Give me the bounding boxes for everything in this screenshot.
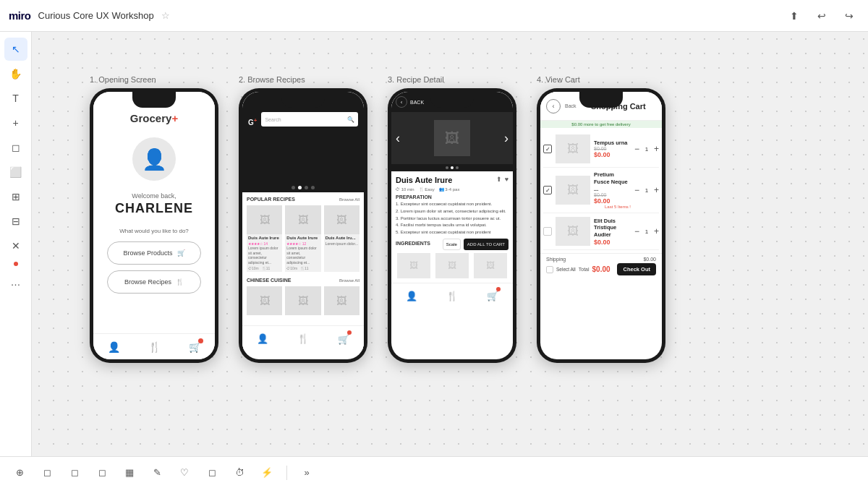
frame-tool[interactable]: ⬜: [4, 160, 27, 184]
search-icon: 🔍: [347, 116, 354, 123]
redo-button[interactable]: ↪: [839, 6, 859, 26]
embed-tool[interactable]: ◻: [201, 462, 223, 484]
item2-checkbox[interactable]: ✓: [543, 186, 552, 194]
item2-image: 🖼: [556, 176, 590, 205]
chinese-card-1[interactable]: 🖼: [247, 286, 282, 315]
recipe-title-1: Duis Aute Irure: [247, 234, 282, 241]
recipe-card-3[interactable]: 🖼 Duis Aute Iru... Lorem ipsum dolor...: [324, 205, 359, 272]
browse-recipes-button[interactable]: Browse Recipes 🍴: [107, 270, 201, 294]
table-tool[interactable]: ⊞: [4, 185, 27, 208]
step1: 1. Excepteur sint occaecat cupidatat non…: [396, 202, 509, 207]
screen2: G+ Search 🔍: [242, 92, 364, 359]
step4: 4. Facilisi morbi tempus iaculis urna id…: [396, 223, 509, 228]
browse-products-button[interactable]: Browse Products 🛒: [107, 241, 201, 265]
pen-tool-bottom[interactable]: ✎: [146, 462, 168, 484]
item2-name: Pretium Fusce Neque ...: [594, 171, 631, 192]
notch-4: [579, 92, 623, 108]
browse-all-link-2[interactable]: Browse All: [339, 278, 359, 283]
item3-qty-minus[interactable]: −: [634, 227, 639, 236]
recipe-card-2[interactable]: 🖼 Duis Aute Irure ★★★★☆ 12 Lorem ipsum d…: [285, 205, 320, 272]
item2-qty-minus[interactable]: −: [634, 186, 639, 194]
s3-nav-cart[interactable]: 🛒: [487, 289, 498, 302]
nav-cart[interactable]: 🛒: [189, 341, 201, 354]
undo-button[interactable]: ↩: [812, 6, 832, 26]
left-sidebar: ↖ ✋ T + ◻ ⬜ ⊞ ⊟ ✕ …: [0, 32, 32, 488]
sticky-note-tool[interactable]: ◻: [36, 462, 58, 484]
cart-item-1: ✓ 🖼 Tempus urna $0.00 $0.00 −: [543, 131, 659, 168]
cart-back-button[interactable]: ‹: [546, 99, 561, 114]
s3-nav-fork[interactable]: 🍴: [446, 291, 458, 301]
checkout-button[interactable]: Check Out: [617, 263, 656, 275]
screen1-label: 1. Opening Screen: [90, 75, 156, 84]
item1-checkbox[interactable]: ✓: [543, 145, 552, 153]
total-label: Total: [579, 267, 590, 272]
scale-button[interactable]: Scale: [443, 239, 461, 250]
recipe-text-2: Lorem ipsum dolor sit amet, consectetur …: [285, 246, 320, 265]
item2-last-items-badge: Last 5 Items !: [594, 205, 631, 209]
app-logo: miro: [9, 9, 31, 22]
notch-1: [132, 92, 176, 108]
recipe-action-icons: ⬆ ♥: [496, 176, 509, 183]
s3-cart-icon: 🛒: [487, 291, 498, 301]
hand-tool[interactable]: ✋: [4, 62, 27, 85]
item1-qty-minus[interactable]: −: [634, 145, 639, 153]
chinese-card-3[interactable]: 🖼: [324, 286, 359, 315]
prev-arrow[interactable]: ‹: [396, 131, 400, 146]
item2-qty-plus[interactable]: +: [654, 186, 659, 194]
sticky-tool[interactable]: +: [4, 111, 27, 134]
more-tools[interactable]: …: [4, 270, 27, 294]
s2-nav-cart[interactable]: 🛒: [338, 333, 349, 346]
pen-tool[interactable]: ✕: [4, 234, 27, 257]
item3-qty-plus[interactable]: +: [654, 227, 659, 236]
screen1-logo: Grocery+: [130, 112, 178, 124]
item2-new-price: $0.00: [594, 197, 631, 205]
nav-fork-icon[interactable]: 🍴: [148, 341, 161, 353]
lightning-tool[interactable]: ⚡: [256, 462, 278, 484]
screen1-avatar: 👤: [132, 137, 176, 181]
screen4-label: 4. View Cart: [537, 75, 580, 84]
browse-all-link[interactable]: Browse All: [339, 197, 359, 202]
item1-qty-num: 1: [642, 146, 651, 153]
browse-recipes-label: Browse Recipes: [124, 278, 171, 286]
browse-products-label: Browse Products: [123, 249, 172, 257]
recipe-title-2: Duis Aute Irure: [285, 234, 320, 241]
select-all-checkbox[interactable]: [546, 266, 553, 273]
s3-nav-profile[interactable]: 👤: [406, 291, 417, 301]
text-tool[interactable]: T: [4, 87, 27, 110]
grid-tool[interactable]: ⊕: [9, 462, 30, 484]
star-icon[interactable]: ☆: [161, 10, 170, 21]
recipe-card-1[interactable]: 🖼 Duis Aute Irure ★★★★☆ 14 Lorem ipsum d…: [247, 205, 282, 272]
screen3-back-btn[interactable]: ‹: [396, 96, 407, 108]
card-tool[interactable]: ◻: [91, 462, 113, 484]
prep-title: PREPARATION: [396, 194, 509, 200]
next-arrow[interactable]: ›: [504, 131, 509, 146]
table-tool-bottom[interactable]: ▦: [119, 462, 140, 484]
timer-tool[interactable]: ⏱: [229, 462, 250, 484]
more-bottom[interactable]: »: [296, 462, 318, 484]
select-tool[interactable]: ↖: [4, 38, 27, 61]
shape-tool[interactable]: ◻: [4, 136, 27, 159]
s2-nav-fork[interactable]: 🍴: [297, 333, 309, 344]
add-all-to-cart-button[interactable]: ADD ALL TO CART: [464, 239, 509, 250]
screen2-search[interactable]: Search 🔍: [261, 112, 358, 127]
upload-button[interactable]: ⬆: [784, 6, 804, 26]
nav-profile-icon[interactable]: 👤: [108, 341, 120, 353]
s2-nav-profile[interactable]: 👤: [257, 333, 268, 344]
mindmap-tool[interactable]: ⊟: [4, 210, 27, 233]
share-icon[interactable]: ⬆: [496, 176, 502, 183]
step2: 2. Lorem ipsum dolor sit amet, consectet…: [396, 209, 509, 215]
cart-footer: Shipping $0.00 Select All Total $0.00: [540, 253, 662, 278]
screen1-logo-plus: +: [171, 112, 178, 124]
item3-new-price: $0.00: [594, 239, 631, 246]
ingredients-title: INGREDIENTS: [396, 241, 430, 246]
shape-tool-bottom[interactable]: ◻: [64, 462, 85, 484]
item1-qty-plus[interactable]: +: [654, 145, 659, 153]
notch-3: [430, 92, 474, 108]
item3-checkbox[interactable]: [543, 227, 552, 236]
screen3-content: ‹ BACK ‹ 🖼 ›: [391, 92, 513, 309]
reaction-tool[interactable]: ♡: [174, 462, 195, 484]
heart-icon[interactable]: ♥: [505, 176, 509, 183]
item2-old-price: $0.00: [594, 192, 631, 197]
chinese-card-2[interactable]: 🖼: [285, 286, 320, 315]
s3-cart-badge: [496, 287, 501, 291]
